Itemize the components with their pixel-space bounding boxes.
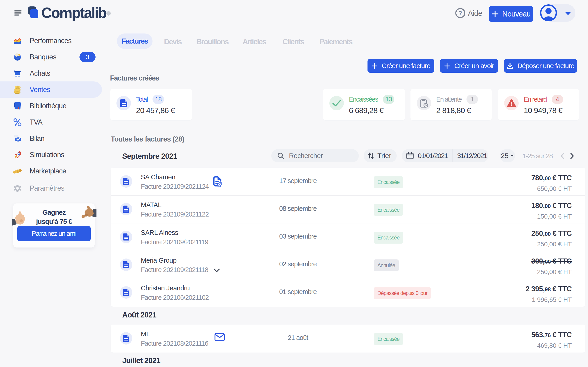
svg-text:?: ? (458, 10, 462, 16)
